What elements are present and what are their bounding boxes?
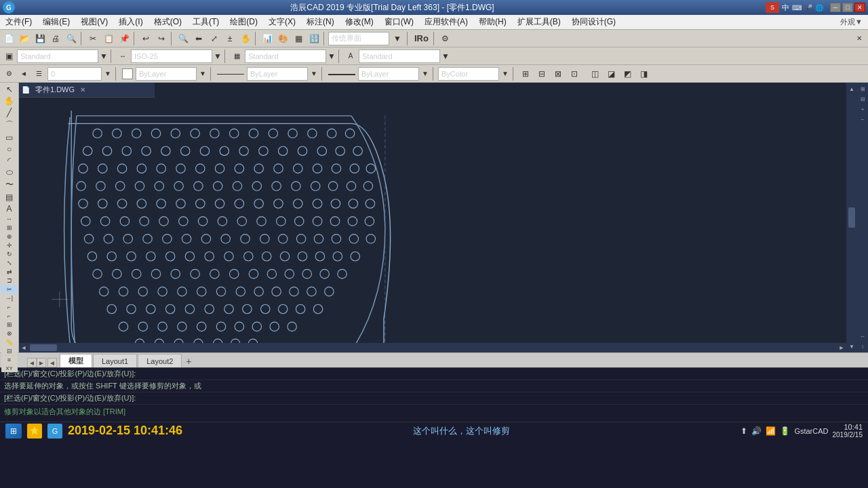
preview-btn[interactable]: 🔍 bbox=[64, 31, 79, 46]
layer-mgr-btn[interactable]: ⊟ bbox=[1, 347, 18, 355]
menu-draw[interactable]: 绘图(D) bbox=[224, 15, 263, 29]
workspace-dropdown[interactable]: 传统界面 bbox=[328, 32, 389, 45]
view-extra2[interactable]: ◪ bbox=[604, 66, 618, 81]
rf-btn6[interactable]: ↕ bbox=[858, 342, 867, 351]
tablestyle-arrow[interactable]: ▼ bbox=[327, 49, 336, 64]
dimstyle-dropdown-arrow[interactable]: ▼ bbox=[99, 49, 108, 64]
rotate-tool[interactable]: ↻ bbox=[1, 250, 18, 258]
zoom-extent-btn[interactable]: ⤢ bbox=[207, 31, 222, 46]
extra-tool-btn[interactable]: ⚙ bbox=[438, 31, 453, 46]
extend-tool[interactable]: →| bbox=[1, 294, 18, 302]
offset-tool[interactable]: ⊐ bbox=[1, 277, 18, 285]
minimize-btn[interactable]: ─ bbox=[830, 3, 841, 12]
menu-text[interactable]: 文字(X) bbox=[263, 15, 301, 29]
copy-btn[interactable]: 📋 bbox=[101, 31, 116, 46]
menu-apps[interactable]: 应用软件(A) bbox=[419, 15, 473, 29]
right-close-btn[interactable]: ✕ bbox=[852, 31, 867, 46]
open-btn[interactable]: 📂 bbox=[17, 31, 32, 46]
keyboard-icon[interactable]: ⌨ bbox=[792, 4, 802, 12]
linetypescale-dropdown[interactable]: ISO-25 bbox=[131, 49, 212, 63]
hatch-tool[interactable]: ▤ bbox=[1, 192, 18, 203]
menu-tools[interactable]: 工具(T) bbox=[187, 15, 224, 29]
redo-btn[interactable]: ↪ bbox=[154, 31, 169, 46]
textstyle-dropdown[interactable]: Standard bbox=[359, 49, 440, 63]
vscroll-thumb[interactable] bbox=[848, 207, 855, 228]
rectangle-tool[interactable]: ▭ bbox=[1, 132, 18, 143]
menu-help[interactable]: 帮助(H) bbox=[473, 15, 512, 29]
tab-scroll-prev[interactable]: ◄ bbox=[47, 358, 57, 367]
start-btn[interactable]: ⊞ bbox=[5, 424, 22, 439]
mirror-tool[interactable]: ⇄ bbox=[1, 268, 18, 276]
zoom-window-btn[interactable]: 🔍 bbox=[176, 31, 191, 46]
fillet-tool[interactable]: ⌐ bbox=[1, 303, 18, 311]
spline-tool[interactable]: 〜 bbox=[1, 178, 18, 191]
move-tool[interactable]: ✛ bbox=[1, 241, 18, 249]
close-btn[interactable]: ✕ bbox=[854, 3, 865, 12]
paste-btn[interactable]: 📌 bbox=[117, 31, 132, 46]
taskbar-icon1[interactable]: ⭐ bbox=[27, 424, 42, 439]
menu-view[interactable]: 视图(V) bbox=[75, 15, 113, 29]
color-arrow[interactable]: ▼ bbox=[198, 66, 208, 81]
rf-btn2[interactable]: ⊟ bbox=[858, 94, 867, 104]
tab-add-btn[interactable]: + bbox=[182, 355, 195, 367]
lang-indicator[interactable]: 中 bbox=[782, 3, 789, 13]
scroll-right-btn[interactable]: ► bbox=[837, 343, 846, 352]
ellipse-tool[interactable]: ⬭ bbox=[1, 167, 18, 178]
hscroll-thumb[interactable] bbox=[30, 344, 57, 351]
menu-format[interactable]: 格式(O) bbox=[149, 15, 187, 29]
dim-tool[interactable]: ↔ bbox=[1, 215, 18, 223]
line-tool[interactable]: ╱ bbox=[1, 107, 18, 118]
tab-prev-btn[interactable]: ◄ bbox=[27, 358, 37, 367]
trim-tool[interactable]: ✂ bbox=[1, 285, 18, 293]
layer-arrow[interactable]: ▼ bbox=[103, 66, 113, 81]
dimstyle-dropdown[interactable]: Standard bbox=[17, 49, 98, 63]
linetypescale-arrow[interactable]: ▼ bbox=[213, 49, 222, 64]
menu-dimension[interactable]: 标注(N) bbox=[301, 15, 340, 29]
pan-btn[interactable]: ✋ bbox=[238, 31, 253, 46]
cmd-input-line[interactable]: 修剪对象以适合其他对象的边 [TRIM] bbox=[0, 405, 868, 418]
restore-btn[interactable]: □ bbox=[842, 3, 853, 12]
rf-btn3[interactable]: + bbox=[858, 104, 867, 114]
scroll-down-btn[interactable]: ▼ bbox=[847, 342, 856, 351]
layer-dropdown[interactable]: 0 bbox=[47, 67, 102, 81]
color-dropdown[interactable]: ByLayer bbox=[136, 67, 197, 81]
style-indicator-btn[interactable]: ▣ bbox=[1, 49, 16, 64]
undo-btn[interactable]: ↩ bbox=[138, 31, 153, 46]
text-tool[interactable]: A bbox=[1, 203, 18, 214]
plotstyle-dropdown[interactable]: ByColor bbox=[438, 67, 499, 81]
view-extra4[interactable]: ◨ bbox=[636, 66, 651, 81]
array-tool[interactable]: ⊞ bbox=[1, 321, 18, 329]
color-box[interactable] bbox=[122, 68, 133, 79]
pan-tool[interactable]: ✋ bbox=[1, 96, 18, 106]
file-tab-close[interactable]: ✕ bbox=[77, 86, 88, 94]
chamfer-tool[interactable]: ⌐ bbox=[1, 312, 18, 320]
tablestyle-dropdown[interactable]: Standard bbox=[245, 49, 326, 63]
plotstyle-arrow[interactable]: ▼ bbox=[500, 66, 510, 81]
rf-btn4[interactable]: − bbox=[858, 115, 867, 124]
mic-icon[interactable]: 🎤 bbox=[804, 4, 812, 12]
measure-tool[interactable]: 📏 bbox=[1, 338, 18, 346]
tab-model[interactable]: 模型 bbox=[60, 354, 92, 367]
textstyle-arrow[interactable]: ▼ bbox=[441, 49, 450, 64]
rf-btn1[interactable]: ⊞ bbox=[858, 84, 867, 94]
properties-btn[interactable]: 📊 bbox=[260, 31, 275, 46]
cmd-input-field[interactable] bbox=[128, 407, 864, 415]
scale-tool[interactable]: ⤡ bbox=[1, 259, 18, 267]
tab-next-btn[interactable]: ► bbox=[37, 358, 46, 367]
right-scrollbar[interactable]: ▲ ▼ bbox=[846, 83, 857, 352]
view-extra1[interactable]: ◫ bbox=[587, 66, 602, 81]
scroll-up-btn[interactable]: ▲ bbox=[847, 84, 856, 94]
zoom-prev-btn[interactable]: ⬅ bbox=[191, 31, 206, 46]
file-tab[interactable]: 📄 零件1.DWG ✕ bbox=[19, 83, 155, 98]
linetype-arrow[interactable]: ▼ bbox=[309, 66, 319, 81]
menu-modify[interactable]: 修改(M) bbox=[340, 15, 379, 29]
input-method-icon[interactable]: S bbox=[766, 2, 779, 13]
scroll-left-btn[interactable]: ◄ bbox=[19, 343, 28, 352]
view-toggle-btn[interactable]: ⊞ bbox=[518, 66, 533, 81]
layer-state-btn[interactable]: ☰ bbox=[31, 66, 46, 81]
table-btn[interactable]: ▦ bbox=[291, 31, 306, 46]
lineweight-dropdown[interactable]: ByLayer bbox=[358, 67, 419, 81]
circle-tool[interactable]: ○ bbox=[1, 144, 18, 155]
tab-layout2[interactable]: Layout2 bbox=[138, 354, 182, 367]
menu-insert[interactable]: 插入(I) bbox=[113, 15, 148, 29]
